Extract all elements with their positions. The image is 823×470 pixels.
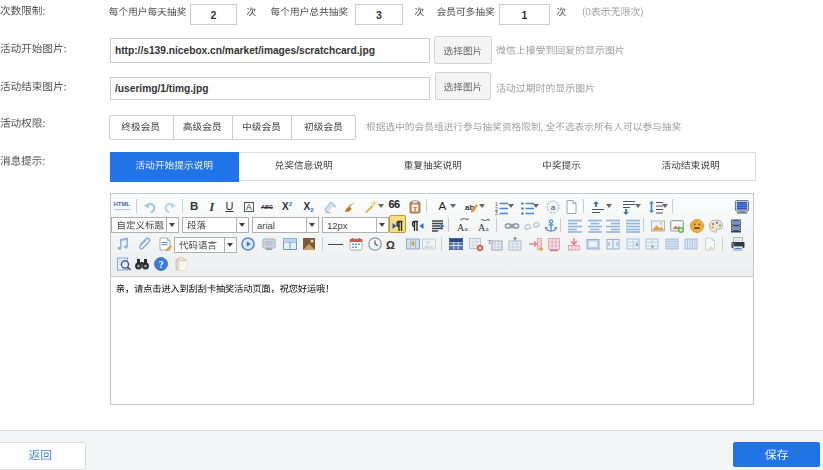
svg-text:3: 3 — [495, 210, 498, 215]
svg-text:a: a — [486, 224, 490, 232]
svg-text:w: w — [426, 239, 430, 245]
svg-text:T: T — [413, 205, 417, 212]
svg-text:a: a — [551, 203, 556, 212]
svg-text:?: ? — [159, 259, 164, 269]
svg-text:a: a — [464, 224, 468, 232]
